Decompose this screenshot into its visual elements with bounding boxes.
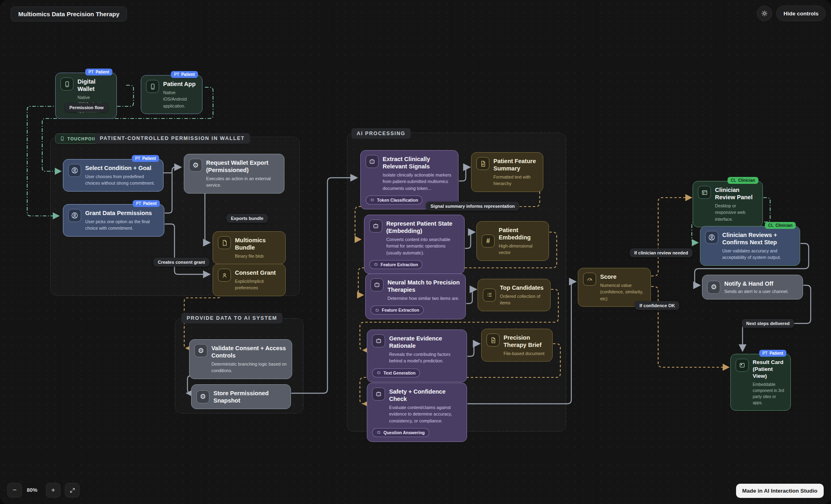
edge-label-creates-consent-grant[interactable]: Creates consent grant [153,258,209,267]
browser-window-icon [698,186,711,199]
node-extract-signals[interactable]: Extract Clinically Relevant Signals Isol… [360,150,459,209]
node-select-condition-goal[interactable]: PTPatient Select Condition + Goal User c… [63,159,164,192]
node-desc: User chooses from predefined choices wit… [85,173,158,186]
node-desc: User picks one option as the final choic… [85,218,159,231]
node-desc: Explicit/Implicit preferences [235,278,280,291]
section-title-ai[interactable]: AI PROCESSING [351,128,411,139]
node-represent-patient-state[interactable]: Represent Patient State (Embedding) Conv… [364,215,465,274]
user-circle-icon [68,164,81,177]
node-desc: Isolate clinically actionable markers fr… [383,172,453,192]
edge-extract-to-summary [459,167,469,181]
node-desc: Embeddable component in 3rd party sites … [753,381,786,406]
node-patient-app[interactable]: PTPatient Patient App Native iOS/Android… [141,75,202,114]
hash-icon: # [482,235,495,248]
node-neural-match[interactable]: Neural Match to Precision Therapies Dete… [365,274,466,319]
embed-card-icon [736,359,749,372]
node-consent-grant[interactable]: Consent Grant Explicit/Implicit preferen… [213,264,286,296]
node-desc: Reveals the contributing factors behind … [389,351,462,364]
patient-badge: PTPatient [133,200,160,207]
node-title: Consent Grant [235,269,280,276]
node-clinician-confirms[interactable]: CLClinician Clinician Reviews + Confirms… [700,226,800,266]
task-chip: Question Answering [372,428,429,437]
patient-badge: PTPatient [759,350,786,357]
task-chip: Feature Extraction [370,306,424,314]
node-title: Safety + Confidence Check [389,388,462,403]
node-title: Clinician Review Panel [715,186,758,201]
edge-label-if-clinician-review[interactable]: If clinician review needed [630,248,693,257]
robot-icon [377,370,381,375]
node-top-candidates[interactable]: Top Candidates Ordered collection of ite… [478,279,551,311]
node-title: Patient Feature Summary [493,157,538,172]
gear-icon: ⚙ [196,390,209,403]
section-title-wallet[interactable]: PATIENT-CONTROLLED PERMISSION IN WALLET [95,133,250,144]
node-desc: High-dimensional vector [499,243,544,256]
node-generate-rationale[interactable]: Generate Evidence Rationale Reveals the … [367,330,467,382]
node-title: Result Card (Patient View) [753,359,786,380]
gear-icon: ⚙ [707,281,720,294]
node-title: Clinician Reviews + Confirms Next Step [722,231,795,246]
edge-label-signal-summary[interactable]: Signal summary informs representation [426,202,519,211]
node-precision-therapy-brief[interactable]: Precision Therapy Brief File-based docum… [481,329,553,362]
node-title: Select Condition + Goal [85,164,158,172]
robot-icon [374,262,378,267]
robot-icon [370,198,375,202]
node-validate-consent[interactable]: ⚙ Validate Consent + Access Controls Det… [189,339,292,379]
edge-generate-to-brief [467,344,479,356]
node-desc: Sends an alert to a user channel. [724,288,788,295]
node-notify-hand-off[interactable]: ⚙ Notify & Hand Off Sends an alert to a … [702,275,803,299]
phone-icon [60,78,73,90]
robot-icon [377,430,381,435]
node-clinician-review-panel[interactable]: CLClinician Clinician Review Panel Deskt… [693,181,763,227]
edge-represent-to-embedding [465,232,474,248]
user-circle-icon [68,209,81,222]
list-icon [483,289,496,302]
user-circle-icon [705,231,718,244]
node-desc: Ordered collection of items [500,293,545,306]
edge-label-if-confidence-ok[interactable]: If confidence OK [635,301,679,310]
ai-model-icon [369,220,382,233]
ai-model-icon [370,278,383,291]
node-patient-embedding[interactable]: # Patient Embedding High-dimensional vec… [476,221,549,261]
patient-badge: PTPatient [85,69,112,75]
node-desc: Evaluate content/claims against evidence… [389,404,462,424]
ai-model-icon [372,334,385,347]
node-desc: Numerical value (confidence, similarity,… [600,282,646,302]
node-result-card[interactable]: PTPatient Result Card (Patient View) Emb… [730,354,791,411]
gear-icon: ⚙ [194,344,207,357]
node-desc: Determine how similar two items are. [388,295,461,302]
node-title: Multiomics Bundle [235,237,280,251]
clinician-badge: CLClinician [728,177,758,184]
section-title-provide[interactable]: PROVIDE DATA TO AI SYSTEM [181,313,282,323]
node-desc: User validates accuracy and acceptabilit… [722,248,795,261]
ai-model-icon [372,388,385,401]
phone-icon [146,80,159,93]
ai-model-icon [366,155,379,168]
flow-canvas[interactable]: Multiomics Data Precision Therapy Hide c… [0,0,831,504]
node-desc: Converts content into searchable format … [386,236,459,256]
node-desc: Native iOS/Android application. [163,89,197,109]
node-multiomics-bundle[interactable]: Multiomics Bundle Binary file blob [213,231,286,264]
node-title: Neural Match to Precision Therapies [388,279,461,293]
node-safety-confidence-check[interactable]: Safety + Confidence Check Evaluate conte… [367,383,467,442]
edge-label-exports-bundle[interactable]: Exports bundle [226,214,268,223]
task-chip: Token Classification [366,196,422,205]
node-grant-data-permissions[interactable]: PTPatient Grant Data Permissions User pi… [63,204,164,237]
person-icon [218,269,231,282]
node-title: Validate Consent + Access Controls [211,345,287,359]
edge-store-to-extract [291,178,357,393]
node-request-wallet-export[interactable]: ⚙ Request Wallet Export (Permissioned) E… [184,154,284,194]
file-icon [218,236,231,249]
robot-icon [375,308,379,312]
edge-label-next-steps[interactable]: Next steps delivered [742,319,794,328]
edge-label-permission-flow[interactable]: Permission flow [65,103,108,112]
node-desc: Desktop or responsive web interface. [715,202,758,222]
node-store-snapshot[interactable]: ⚙ Store Permissioned Snapshot [191,384,291,409]
node-title: Extract Clinically Relevant Signals [383,155,453,170]
node-title: Digital Wallet [78,78,112,93]
edge-grant-to-request-export [165,167,181,213]
gauge-icon [583,273,596,286]
node-patient-feature-summary[interactable]: Patient Feature Summary Formatted text w… [471,152,543,192]
node-desc: Executes an action in an external servic… [206,175,279,188]
patient-badge: PTPatient [171,71,198,78]
task-chip: Text Generation [372,368,420,377]
